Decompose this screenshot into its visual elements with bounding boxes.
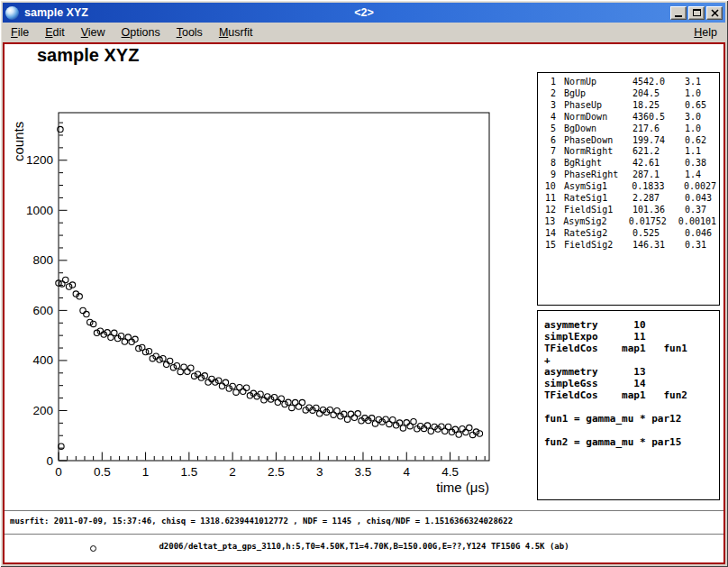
theory-line: TFieldCos map1 fun1 bbox=[544, 343, 719, 354]
theory-line: fun1 = gamma_mu * par12 bbox=[544, 413, 719, 425]
theory-line bbox=[544, 401, 719, 413]
svg-text:600: 600 bbox=[32, 304, 53, 317]
param-row: 5BgDown217.61.0 bbox=[542, 123, 716, 135]
svg-text:1.5: 1.5 bbox=[180, 465, 197, 479]
param-row: 1NormUp4542.03.1 bbox=[542, 77, 716, 88]
maximize-icon bbox=[693, 9, 701, 16]
theory-line: simplExpo 11 bbox=[544, 331, 719, 343]
svg-text:0: 0 bbox=[46, 454, 53, 468]
svg-text:3.5: 3.5 bbox=[355, 465, 372, 479]
close-icon bbox=[711, 9, 719, 17]
svg-text:2: 2 bbox=[229, 465, 236, 479]
param-row: 4NormDown4360.53.0 bbox=[542, 112, 716, 123]
svg-text:800: 800 bbox=[32, 253, 53, 267]
param-row: 11RateSig12.2870.043 bbox=[542, 193, 716, 205]
param-row: 12FieldSig1101.360.37 bbox=[542, 205, 716, 216]
menu-item-musrfit[interactable]: Musrfit bbox=[211, 23, 261, 41]
svg-text:3: 3 bbox=[316, 465, 323, 479]
footer-separator-bottom bbox=[5, 534, 723, 535]
theory-line: fun2 = gamma_mu * par15 bbox=[544, 436, 719, 448]
theory-box: asymmetry 10simplExpo 11TFieldCos map1 f… bbox=[537, 310, 720, 500]
theory-line: simpleGss 14 bbox=[544, 378, 719, 389]
svg-text:time (μs): time (μs) bbox=[436, 480, 489, 495]
param-table: 1NormUp4542.03.12BgUp204.51.03PhaseUp18.… bbox=[542, 77, 716, 251]
title-bar[interactable]: sample XYZ <2> bbox=[3, 3, 725, 23]
svg-text:1: 1 bbox=[142, 465, 150, 479]
param-row: 6PhaseDown199.740.62 bbox=[542, 135, 716, 147]
param-row: 13AsymSig20.017520.00101 bbox=[542, 216, 716, 228]
menu-bar[interactable]: FileEditViewOptionsToolsMusrfitHelp bbox=[3, 23, 725, 42]
param-row: 9PhaseRight287.11.4 bbox=[542, 169, 716, 181]
theory-line bbox=[544, 425, 719, 436]
plot-title: sample XYZ bbox=[37, 45, 139, 66]
param-row: 8BgRight42.610.38 bbox=[542, 158, 716, 169]
footer-separator-top bbox=[5, 510, 723, 511]
svg-text:0: 0 bbox=[55, 465, 62, 479]
menu-item-file[interactable]: File bbox=[3, 23, 37, 41]
app-window: sample XYZ <2> FileEditViewOptionsToolsM… bbox=[0, 0, 728, 567]
canvas-inner: 00.511.522.533.544.502004006008001000120… bbox=[5, 44, 723, 562]
maximize-button[interactable] bbox=[688, 6, 705, 20]
root-canvas: 00.511.522.533.544.502004006008001000120… bbox=[3, 42, 725, 564]
menu-item-tools[interactable]: Tools bbox=[168, 23, 211, 41]
svg-text:0.5: 0.5 bbox=[94, 465, 111, 479]
param-row: 7NormRight621.21.1 bbox=[542, 146, 716, 158]
param-row: 3PhaseUp18.250.65 bbox=[542, 100, 716, 112]
param-row: 10AsymSig10.18330.0027 bbox=[542, 181, 716, 193]
svg-text:400: 400 bbox=[32, 353, 53, 367]
theory-line: asymmetry 10 bbox=[544, 319, 719, 331]
theory-line: + bbox=[544, 354, 719, 366]
session-label: <2> bbox=[354, 6, 374, 19]
legend-text: d2006/deltat_pta_gps_3110,h:5,T0=4.50K,T… bbox=[5, 542, 723, 551]
menu-item-view[interactable]: View bbox=[73, 23, 114, 41]
svg-text:1200: 1200 bbox=[26, 153, 53, 167]
minimize-button[interactable] bbox=[670, 6, 687, 20]
fit-stats-line: musrfit: 2011-07-09, 15:37:46, chisq = 1… bbox=[10, 517, 720, 526]
param-row: 2BgUp204.51.0 bbox=[542, 88, 716, 100]
window-title: sample XYZ bbox=[24, 6, 88, 19]
svg-text:2.5: 2.5 bbox=[268, 465, 285, 479]
close-button[interactable] bbox=[706, 6, 723, 20]
menu-item-edit[interactable]: Edit bbox=[37, 23, 73, 41]
menu-item-options[interactable]: Options bbox=[114, 23, 168, 41]
svg-text:4: 4 bbox=[404, 465, 411, 479]
parameter-box: 1NormUp4542.03.12BgUp204.51.03PhaseUp18.… bbox=[537, 72, 720, 306]
app-icon[interactable] bbox=[5, 6, 19, 20]
svg-text:1000: 1000 bbox=[26, 204, 53, 217]
svg-text:counts: counts bbox=[11, 122, 26, 161]
window-controls bbox=[670, 6, 723, 20]
theory-line: TFieldCos map1 fun2 bbox=[544, 389, 719, 401]
minimize-icon bbox=[675, 15, 682, 17]
svg-text:4.5: 4.5 bbox=[441, 465, 459, 479]
menu-item-help[interactable]: Help bbox=[686, 23, 725, 41]
param-row: 14RateSig20.5250.046 bbox=[542, 228, 716, 240]
svg-text:200: 200 bbox=[32, 404, 53, 417]
param-row: 15FieldSig2146.310.31 bbox=[542, 240, 716, 251]
theory-line: asymmetry 13 bbox=[544, 366, 719, 378]
theory-lines: asymmetry 10simplExpo 11TFieldCos map1 f… bbox=[544, 319, 719, 448]
